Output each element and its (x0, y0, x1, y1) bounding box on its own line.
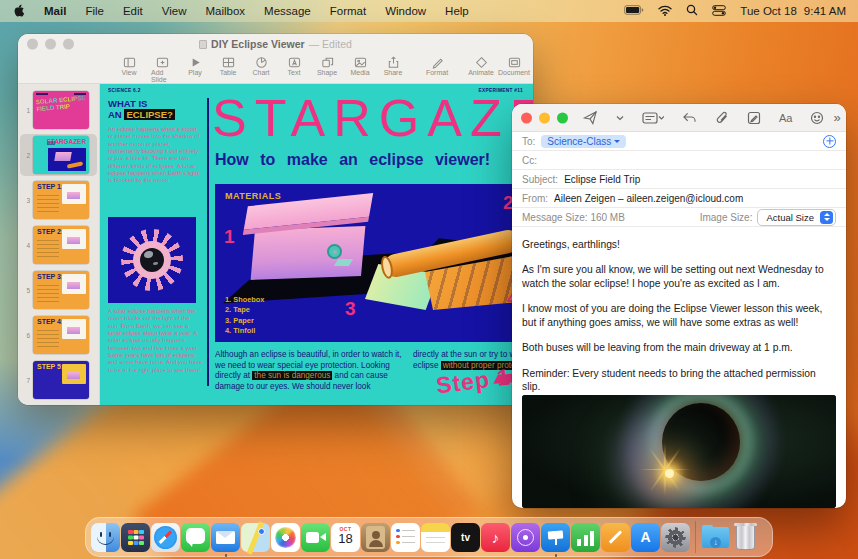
decoration (37, 330, 59, 348)
dock-downloads[interactable]: ↓ (701, 523, 730, 552)
science-label[interactable]: SCIENCE 6.2 (108, 88, 141, 93)
zoom-button[interactable] (63, 39, 74, 50)
menu-mailbox[interactable]: Mailbox (205, 5, 245, 17)
sidebar-heading[interactable]: WHAT IS AN ECLIPSE? (108, 99, 204, 121)
apple-menu[interactable] (12, 3, 25, 20)
dock-podcasts[interactable] (511, 523, 540, 552)
dock-trash[interactable] (731, 523, 760, 552)
recipient-token[interactable]: Science-Class (541, 135, 626, 148)
shape-button[interactable]: Shape (316, 56, 338, 76)
window-controls (27, 39, 74, 50)
document-button[interactable]: Document (503, 56, 525, 76)
slide-thumbnail-4[interactable]: 4 STEP 2: (20, 224, 97, 266)
from-field[interactable]: From: Aileen Zeigen – aileen.zeigen@iclo… (512, 189, 846, 208)
menu-file[interactable]: File (85, 5, 104, 17)
dock-calendar[interactable]: OCT18 (331, 523, 360, 552)
toolbar-more-icon[interactable]: » (833, 110, 846, 125)
dock-photos[interactable] (271, 523, 300, 552)
menu-help[interactable]: Help (445, 5, 469, 17)
dock-launchpad[interactable] (121, 523, 150, 552)
text-button[interactable]: Text (283, 56, 305, 76)
eclipse-paragraph-2[interactable]: A solar eclipse happens when the moon bl… (108, 308, 202, 374)
dock-messages[interactable] (181, 523, 210, 552)
format-button[interactable]: Format (426, 56, 448, 76)
share-button[interactable]: Share (382, 56, 404, 76)
slide-thumbnail-1[interactable]: 1 SOLAR ECLIPSE FIELD TRIP (20, 89, 97, 131)
decoration (67, 161, 83, 168)
slide-thumbnail-3[interactable]: 3 STEP 1: (20, 179, 97, 221)
battery-icon[interactable] (624, 5, 644, 17)
menu-app-name[interactable]: Mail (44, 5, 66, 17)
dock-contacts[interactable] (361, 523, 390, 552)
view-button[interactable]: View (118, 56, 140, 76)
dock-keynote[interactable] (541, 523, 570, 552)
chart-button[interactable]: Chart (250, 56, 272, 76)
dock-numbers[interactable] (571, 523, 600, 552)
materials-box[interactable]: MATERIALS 1 2 3 4 (215, 184, 531, 342)
from-label: From: (522, 193, 548, 204)
recipient-name: Science-Class (547, 136, 611, 147)
dock-tv[interactable]: tv (451, 523, 480, 552)
dock-reminders[interactable] (391, 523, 420, 552)
warning-paragraph-left[interactable]: Although an eclipse is beautiful, in ord… (215, 350, 405, 393)
dock-system-settings[interactable] (661, 523, 690, 552)
add-recipient-button[interactable] (823, 135, 836, 148)
close-button[interactable] (27, 39, 38, 50)
decoration (320, 533, 326, 541)
emoji-icon[interactable] (801, 111, 833, 125)
markup-icon[interactable] (738, 111, 770, 125)
slide-thumbnail-5[interactable]: 5 STEP 3: (20, 269, 97, 311)
cc-field[interactable]: Cc: (512, 151, 846, 170)
add-slide-button[interactable]: Add Slide (151, 56, 173, 83)
eclipse-photo-attachment[interactable] (522, 395, 836, 508)
to-field[interactable]: To: Science-Class (512, 132, 846, 151)
subject-field[interactable]: Subject: Eclipse Field Trip (512, 170, 846, 189)
dock-music[interactable]: ♪ (481, 523, 510, 552)
header-fields-icon[interactable] (633, 112, 673, 124)
close-button[interactable] (521, 112, 532, 123)
dock-safari[interactable] (151, 523, 180, 552)
dock-maps[interactable] (241, 523, 270, 552)
slide-canvas: SCIENCE 6.2 EXPERIMENT #11 WHAT IS AN EC… (100, 84, 533, 405)
format-text-icon[interactable]: Aa (770, 112, 801, 124)
sun-illustration-box[interactable] (108, 217, 196, 303)
animate-button[interactable]: Animate (470, 56, 492, 76)
slide-subtitle[interactable]: How to make an eclipse viewer! (215, 151, 490, 169)
slide-thumbnail-2-selected[interactable]: 2 STARGAZER (20, 134, 97, 176)
menu-view[interactable]: View (162, 5, 187, 17)
slide-thumbnail-6[interactable]: 6 STEP 4: (20, 314, 97, 356)
send-icon[interactable] (574, 110, 607, 125)
dock-mail[interactable] (211, 523, 240, 552)
dock-notes[interactable] (421, 523, 450, 552)
reply-icon[interactable] (673, 111, 706, 124)
media-button[interactable]: Media (349, 56, 371, 76)
spotlight-icon[interactable] (686, 4, 698, 18)
slide-number: 3 (20, 197, 33, 204)
materials-list-item: 3. Paper (225, 316, 264, 327)
play-button[interactable]: Play (184, 56, 206, 76)
menu-window[interactable]: Window (385, 5, 426, 17)
menu-edit[interactable]: Edit (123, 5, 143, 17)
slide-title[interactable]: STARGAZER (212, 88, 533, 148)
dock-pages[interactable] (601, 523, 630, 552)
slide-thumbnail-8[interactable]: 8 DID YOU KNOW... (20, 404, 97, 405)
dock-app-store[interactable]: A (631, 523, 660, 552)
dock-facetime[interactable] (301, 523, 330, 552)
minimize-button[interactable] (539, 112, 550, 123)
wifi-icon[interactable] (658, 5, 672, 18)
zoom-button[interactable] (557, 112, 568, 123)
slide-thumbnail-7[interactable]: 7 STEP 5: (20, 359, 97, 401)
menu-format[interactable]: Format (330, 5, 366, 17)
menu-message[interactable]: Message (264, 5, 311, 17)
eclipse-paragraph-1[interactable]: An eclipse happens when a moon or planet… (108, 126, 202, 185)
subject-label: Subject: (522, 174, 558, 185)
minimize-button[interactable] (45, 39, 56, 50)
table-button[interactable]: Table (217, 56, 239, 76)
send-options-chevron-icon[interactable] (607, 115, 633, 121)
image-size-select[interactable]: Actual Size (757, 209, 836, 226)
menu-bar-clock[interactable]: Tue Oct 189:41 AM (740, 5, 846, 17)
heading-line2: AN (108, 109, 124, 120)
control-center-icon[interactable] (712, 5, 726, 18)
dock-finder[interactable] (91, 523, 120, 552)
attach-icon[interactable] (706, 111, 738, 125)
